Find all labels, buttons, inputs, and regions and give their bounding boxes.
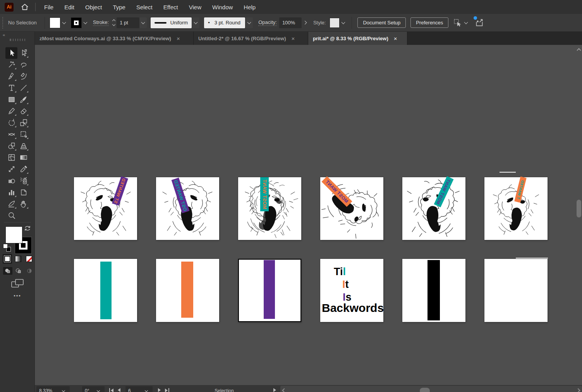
tab-prit-ai[interactable]: prit.ai* @ 8.33 % (RGB/Preview) × bbox=[308, 32, 407, 45]
type-tool[interactable] bbox=[5, 82, 17, 94]
next-artboard-button[interactable] bbox=[158, 388, 161, 392]
cloud-document-share-button[interactable] bbox=[474, 18, 484, 28]
magic-wand-tool[interactable] bbox=[5, 59, 17, 70]
toolbar-grip[interactable] bbox=[10, 39, 25, 41]
menu-type[interactable]: Type bbox=[113, 4, 125, 10]
fill-swatch-white[interactable] bbox=[50, 17, 60, 28]
rotate-tool[interactable] bbox=[5, 117, 17, 128]
measure-tool[interactable] bbox=[5, 163, 17, 175]
menu-object[interactable]: Object bbox=[85, 4, 102, 10]
style-select[interactable] bbox=[330, 18, 347, 28]
artboard-3[interactable] bbox=[238, 177, 301, 240]
stroke-label[interactable]: Stroke: bbox=[93, 19, 109, 26]
chevron-down-icon[interactable] bbox=[464, 21, 468, 24]
brush-dropdown[interactable] bbox=[245, 17, 253, 28]
sketch-portrait-artwork[interactable] bbox=[74, 177, 137, 240]
teal-bar-object[interactable] bbox=[100, 262, 112, 319]
lasso-tool[interactable] bbox=[17, 59, 29, 70]
stroke-weight-input[interactable]: 1 pt bbox=[117, 17, 139, 28]
menu-select[interactable]: Select bbox=[136, 4, 153, 10]
first-artboard-button[interactable] bbox=[109, 388, 113, 392]
swap-fill-stroke-icon[interactable] bbox=[24, 225, 31, 231]
zoom-level-select[interactable]: 8.33% bbox=[36, 386, 70, 392]
change-screen-mode-button[interactable] bbox=[11, 279, 24, 290]
default-fill-stroke-icon[interactable] bbox=[3, 244, 11, 252]
stroke-profile-dropdown[interactable] bbox=[192, 17, 199, 28]
line-segment-tool[interactable] bbox=[17, 82, 29, 94]
collapse-panel-icon[interactable]: « bbox=[3, 33, 5, 37]
eyedropper-tool[interactable] bbox=[17, 163, 29, 175]
document-setup-button[interactable]: Document Setup bbox=[357, 17, 406, 28]
column-graph-tool[interactable] bbox=[5, 187, 17, 198]
stroke-profile-select[interactable]: Uniform bbox=[151, 17, 192, 28]
status-display[interactable]: Selection bbox=[176, 386, 273, 392]
opacity-label[interactable]: Opacity: bbox=[258, 19, 277, 26]
brush-select[interactable]: • 3 pt. Round bbox=[204, 17, 245, 28]
artboard-8[interactable] bbox=[156, 259, 219, 322]
stroke-weight-dropdown[interactable] bbox=[139, 17, 147, 28]
horizontal-scrollbar-thumb[interactable] bbox=[420, 388, 430, 392]
curvature-tool[interactable] bbox=[17, 70, 29, 82]
artboard-11[interactable] bbox=[402, 259, 465, 322]
symbol-sprayer-tool[interactable] bbox=[17, 175, 29, 187]
free-transform-tool[interactable] bbox=[17, 128, 29, 140]
text-line-backwords[interactable]: Backwords bbox=[322, 301, 384, 315]
gradient-button[interactable] bbox=[14, 255, 22, 263]
shaper-tool[interactable] bbox=[5, 105, 17, 117]
previous-artboard-button[interactable] bbox=[118, 388, 120, 392]
color-button[interactable] bbox=[3, 255, 12, 263]
tab-untitled-2[interactable]: Untitled-2* @ 16.67 % (RGB/Preview) × bbox=[194, 32, 308, 45]
artboard-12-empty[interactable] bbox=[484, 259, 548, 322]
menu-view[interactable]: View bbox=[189, 4, 201, 10]
sketch-portrait-artwork-dense[interactable] bbox=[238, 177, 301, 240]
pen-tool[interactable] bbox=[5, 70, 17, 82]
vertical-scrollbar-thumb[interactable] bbox=[577, 200, 581, 217]
last-artboard-button[interactable] bbox=[165, 388, 169, 392]
eraser-tool[interactable] bbox=[17, 105, 29, 117]
orange-bar-object[interactable] bbox=[181, 262, 193, 318]
horizontal-scrollbar[interactable] bbox=[280, 386, 582, 392]
stroke-swatch-black[interactable] bbox=[71, 17, 82, 28]
hand-tool[interactable] bbox=[17, 198, 29, 210]
chevron-down-icon[interactable] bbox=[62, 21, 66, 24]
menu-effect[interactable]: Effect bbox=[163, 4, 178, 10]
menu-help[interactable]: Help bbox=[244, 4, 256, 10]
opacity-arrow[interactable] bbox=[302, 17, 309, 28]
menu-window[interactable]: Window bbox=[212, 4, 233, 10]
scroll-right-icon[interactable] bbox=[576, 388, 580, 392]
artboard-6[interactable] bbox=[484, 177, 548, 240]
draw-behind-mode-button[interactable] bbox=[14, 267, 23, 275]
tab-zmost-wanted-colorways[interactable]: zMost wanted Colorways.ai @ 33.33 % (CMY… bbox=[35, 32, 194, 45]
close-icon[interactable]: × bbox=[177, 35, 180, 42]
rotation-select[interactable]: 0° bbox=[82, 386, 105, 392]
width-tool[interactable] bbox=[5, 128, 17, 140]
status-menu-arrow-icon[interactable] bbox=[273, 388, 276, 392]
slice-tool[interactable] bbox=[5, 198, 17, 210]
artboard-7[interactable] bbox=[74, 259, 137, 322]
close-icon[interactable]: × bbox=[292, 35, 295, 42]
text-line-til[interactable]: Til bbox=[334, 266, 346, 278]
banner-most-wanted-3[interactable]: MOST WANT bbox=[260, 177, 269, 211]
preferences-button[interactable]: Preferences bbox=[410, 17, 448, 28]
mesh-tool[interactable] bbox=[5, 152, 17, 163]
black-bar-object[interactable] bbox=[427, 260, 440, 320]
artboard-10-text[interactable]: Til It Is Backwords bbox=[320, 259, 383, 322]
edit-toolbar-button[interactable]: ••• bbox=[0, 293, 35, 299]
fill-color-picker[interactable] bbox=[50, 17, 68, 28]
style-swatch[interactable] bbox=[330, 18, 340, 28]
close-icon[interactable]: × bbox=[394, 35, 397, 42]
chevron-down-icon[interactable] bbox=[342, 21, 345, 24]
gradient-tool[interactable] bbox=[17, 152, 29, 163]
perspective-grid-tool[interactable] bbox=[17, 140, 29, 152]
chevron-down-icon[interactable] bbox=[84, 21, 88, 24]
artboard-1[interactable] bbox=[74, 177, 137, 240]
direct-selection-tool[interactable] bbox=[17, 47, 29, 59]
fill-proxy-swatch[interactable] bbox=[5, 226, 22, 243]
paintbrush-tool[interactable] bbox=[17, 94, 29, 105]
panel-grip[interactable] bbox=[2, 17, 4, 29]
illustrator-app-icon[interactable]: Ai bbox=[5, 3, 14, 12]
blend-tool[interactable] bbox=[5, 175, 17, 187]
opacity-input[interactable]: 100% bbox=[279, 17, 302, 28]
scroll-up-icon[interactable] bbox=[577, 48, 581, 52]
stroke-color-picker[interactable] bbox=[71, 17, 89, 28]
